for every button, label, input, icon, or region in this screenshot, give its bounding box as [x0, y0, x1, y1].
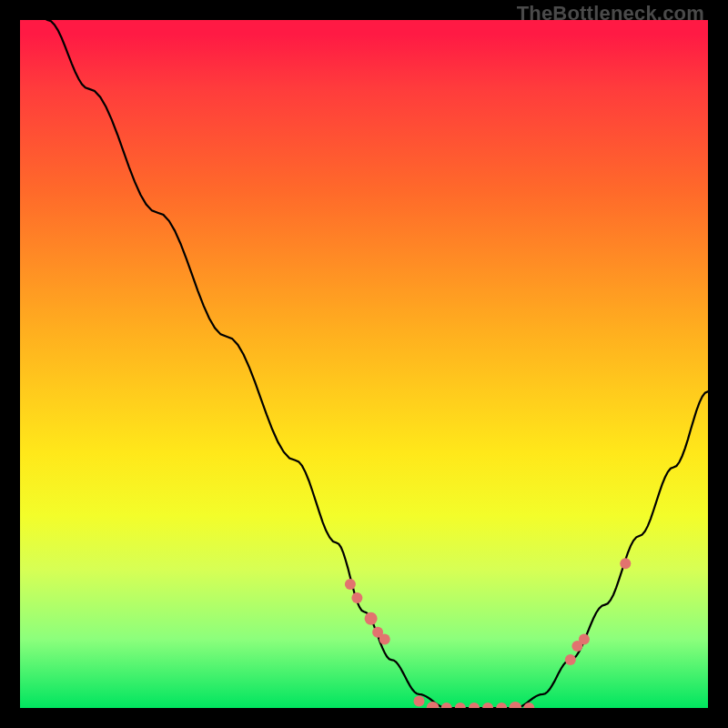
data-point	[565, 654, 576, 665]
chart-frame	[20, 20, 708, 708]
data-point	[427, 702, 440, 708]
data-point	[482, 703, 493, 708]
data-point	[469, 703, 480, 708]
bottleneck-curve	[20, 20, 708, 708]
data-point	[509, 702, 521, 708]
data-point	[455, 703, 466, 708]
data-point	[414, 695, 425, 706]
data-point	[351, 592, 362, 603]
watermark-text: TheBottleneck.com	[517, 2, 704, 25]
chart-svg	[20, 20, 708, 708]
data-point	[441, 703, 452, 708]
data-point	[496, 703, 507, 708]
data-point	[365, 612, 378, 625]
data-point	[379, 633, 390, 644]
data-point	[345, 579, 356, 590]
data-point	[579, 633, 590, 644]
data-point	[620, 558, 631, 569]
